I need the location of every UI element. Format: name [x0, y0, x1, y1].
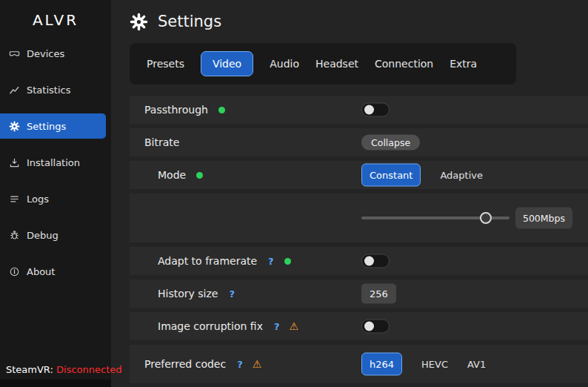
sidebar-bottom-strip[interactable]	[0, 380, 111, 387]
sidebar-nav: Devices Statistics Settings Installation	[0, 41, 111, 284]
mode-option-constant[interactable]: Constant	[361, 164, 421, 187]
adapt-to-framerate-toggle[interactable]	[361, 254, 390, 268]
mode-option-adaptive[interactable]: Adaptive	[440, 170, 483, 181]
sidebar-item-label: Settings	[27, 121, 66, 132]
setting-label: History size	[158, 288, 218, 300]
modified-dot-icon	[218, 107, 225, 113]
setting-row-image-corruption-fix: Image corruption fix ? ⚠	[130, 312, 588, 340]
settings-page: Settings Presets Video Audio Headset Con…	[111, 0, 588, 387]
page-title: Settings	[158, 13, 221, 30]
history-size-value[interactable]: 256	[361, 284, 396, 304]
sidebar-item-label: Debug	[27, 230, 59, 241]
setting-row-history-size: History size ? 256	[130, 280, 588, 308]
sidebar-item-logs[interactable]: Logs	[0, 186, 111, 211]
warning-icon: ⚠	[253, 358, 262, 370]
setting-label: Bitrate	[144, 136, 179, 148]
help-icon[interactable]: ?	[268, 256, 274, 267]
setting-row-passthrough: Passthrough	[130, 96, 588, 124]
codec-option-av1[interactable]: AV1	[467, 359, 486, 370]
sidebar: ALVR Devices Statistics Settings	[0, 0, 111, 387]
toggle-knob-icon	[364, 105, 374, 115]
passthrough-toggle[interactable]	[361, 103, 390, 117]
sidebar-item-label: About	[27, 266, 55, 277]
tab-bar: Presets Video Audio Headset Connection E…	[130, 43, 516, 85]
alvr-window: ALVR Devices Statistics Settings	[0, 0, 588, 387]
sidebar-item-settings[interactable]: Settings	[0, 113, 106, 139]
app-title: ALVR	[0, 0, 111, 29]
codec-option-h264[interactable]: h264	[361, 353, 402, 376]
toggle-knob-icon	[364, 322, 374, 331]
tab-connection[interactable]: Connection	[375, 52, 433, 76]
steamvr-status: SteamVR: Disconnected	[6, 364, 122, 375]
setting-label: Adapt to framerate	[158, 255, 257, 267]
tab-audio[interactable]: Audio	[270, 52, 299, 76]
gear-icon	[130, 13, 148, 31]
setting-row-preferred-codec: Preferred codec ? ⚠ h264 HEVC AV1	[130, 345, 588, 383]
tab-video[interactable]: Video	[201, 51, 253, 76]
bitrate-value-chip[interactable]: 500Mbps	[515, 208, 572, 229]
settings-list: Passthrough Bitrate Collapse Mode	[130, 96, 588, 383]
sidebar-item-label: Devices	[27, 48, 64, 59]
setting-label: Passthrough	[144, 104, 208, 116]
sidebar-item-installation[interactable]: Installation	[0, 150, 111, 175]
setting-label: Mode	[158, 169, 186, 181]
warning-icon: ⚠	[290, 320, 299, 332]
sidebar-item-label: Statistics	[27, 85, 70, 96]
page-header: Settings	[130, 0, 588, 43]
setting-row-bitrate-slider: 500Mbps	[130, 194, 588, 242]
sidebar-item-debug[interactable]: Debug	[0, 222, 111, 248]
tab-presets[interactable]: Presets	[147, 52, 184, 76]
chart-icon	[9, 85, 20, 96]
sidebar-item-devices[interactable]: Devices	[0, 41, 111, 66]
setting-row-bitrate: Bitrate Collapse	[130, 128, 588, 156]
tab-headset[interactable]: Headset	[315, 52, 358, 76]
sidebar-item-about[interactable]: About	[0, 259, 111, 284]
bug-icon	[9, 230, 20, 241]
sidebar-item-label: Installation	[27, 157, 80, 168]
setting-label: Preferred codec	[144, 358, 226, 370]
setting-row-mode: Mode Constant Adaptive	[130, 161, 588, 189]
setting-row-adapt-to-framerate: Adapt to framerate ?	[130, 247, 588, 275]
tab-extra[interactable]: Extra	[450, 52, 477, 76]
toggle-knob-icon	[364, 257, 374, 266]
sidebar-item-statistics[interactable]: Statistics	[0, 77, 111, 102]
modified-dot-icon	[284, 258, 291, 265]
install-icon	[9, 157, 20, 168]
help-icon[interactable]: ?	[274, 321, 280, 332]
bitrate-slider-handle[interactable]	[480, 212, 492, 224]
steamvr-label: SteamVR:	[6, 364, 53, 375]
sidebar-item-label: Logs	[27, 194, 49, 205]
image-corruption-fix-toggle[interactable]	[361, 320, 390, 334]
logs-icon	[9, 194, 20, 205]
setting-label: Image corruption fix	[158, 320, 263, 332]
gear-icon	[9, 121, 20, 132]
info-icon	[9, 266, 20, 277]
headset-icon	[9, 48, 20, 59]
codec-option-hevc[interactable]: HEVC	[421, 359, 448, 370]
bitrate-slider	[361, 211, 510, 225]
help-icon[interactable]: ?	[229, 288, 235, 300]
modified-dot-icon	[196, 172, 203, 179]
collapse-button[interactable]: Collapse	[361, 135, 420, 150]
help-icon[interactable]: ?	[237, 359, 243, 370]
